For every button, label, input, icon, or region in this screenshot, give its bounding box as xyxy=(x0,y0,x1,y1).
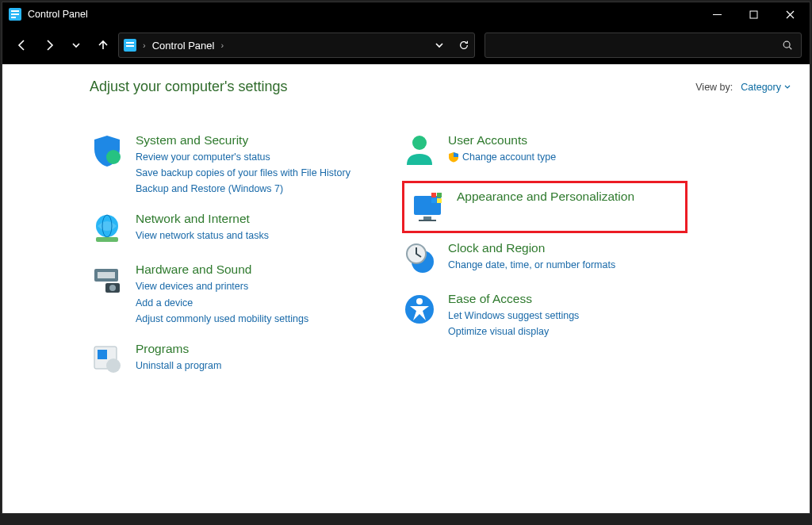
minimize-button[interactable] xyxy=(699,2,735,26)
close-button[interactable] xyxy=(772,2,808,26)
svg-rect-26 xyxy=(437,193,442,197)
window-title: Control Panel xyxy=(28,9,88,20)
category-clock-region: Clock and Region Change date, time, or n… xyxy=(402,238,688,284)
programs-icon xyxy=(90,342,124,377)
svg-rect-23 xyxy=(423,217,431,220)
nav-toolbar: › Control Panel › xyxy=(2,26,810,64)
search-icon xyxy=(782,40,793,51)
content-header: Adjust your computer's settings View by:… xyxy=(90,79,791,95)
viewby-value: Category xyxy=(741,82,781,93)
category-link[interactable]: Optimize visual display xyxy=(448,324,579,339)
category-title[interactable]: Programs xyxy=(136,342,221,356)
category-link[interactable]: Uninstall a program xyxy=(136,358,221,373)
uac-shield-icon xyxy=(448,151,459,163)
control-panel-location-icon xyxy=(124,39,136,52)
category-system-security: System and Security Review your computer… xyxy=(90,130,383,204)
monitor-personalize-icon xyxy=(411,190,446,224)
svg-rect-19 xyxy=(98,350,107,359)
category-link[interactable]: Review your computer's status xyxy=(136,150,350,164)
category-link[interactable]: Add a device xyxy=(136,296,308,310)
category-title[interactable]: Hardware and Sound xyxy=(136,262,308,277)
printer-camera-icon xyxy=(90,262,124,297)
titlebar: Control Panel xyxy=(2,2,810,26)
back-button[interactable] xyxy=(10,33,34,57)
category-link[interactable]: Save backup copies of your files with Fi… xyxy=(136,166,350,180)
control-panel-icon xyxy=(9,8,21,21)
svg-rect-4 xyxy=(713,14,722,15)
user-icon xyxy=(402,133,437,168)
category-link[interactable]: Change account type xyxy=(462,150,556,164)
svg-rect-1 xyxy=(11,10,19,12)
category-programs: Programs Uninstall a program xyxy=(90,339,383,385)
content-area: Adjust your computer's settings View by:… xyxy=(2,64,810,513)
svg-point-32 xyxy=(416,298,423,305)
category-title[interactable]: Ease of Access xyxy=(448,292,579,306)
refresh-button[interactable] xyxy=(458,40,469,51)
right-column: User Accounts Change account type xyxy=(402,130,688,347)
clock-globe-icon xyxy=(402,241,437,276)
category-grid: System and Security Review your computer… xyxy=(90,130,791,385)
svg-rect-28 xyxy=(437,198,442,203)
category-appearance-personalization: Appearance and Personalization xyxy=(402,181,688,233)
svg-point-21 xyxy=(412,136,427,150)
viewby-dropdown[interactable]: Category xyxy=(741,82,791,93)
svg-rect-24 xyxy=(419,220,436,221)
accessibility-icon xyxy=(402,292,437,327)
category-title[interactable]: User Accounts xyxy=(448,133,556,148)
category-network-internet: Network and Internet View network status… xyxy=(90,209,383,255)
category-link[interactable]: Let Windows suggest settings xyxy=(448,308,579,323)
svg-rect-7 xyxy=(126,42,134,44)
category-title[interactable]: System and Security xyxy=(136,133,350,148)
category-title[interactable]: Clock and Region xyxy=(448,241,615,255)
svg-rect-22 xyxy=(414,196,441,215)
category-link[interactable]: View network status and tasks xyxy=(136,228,269,243)
svg-point-17 xyxy=(109,285,116,291)
category-link[interactable]: Backup and Restore (Windows 7) xyxy=(136,182,350,196)
svg-rect-15 xyxy=(98,272,115,278)
svg-rect-13 xyxy=(96,237,118,242)
breadcrumb-location[interactable]: Control Panel xyxy=(152,40,215,52)
category-user-accounts: User Accounts Change account type xyxy=(402,130,688,176)
svg-point-20 xyxy=(106,358,121,373)
globe-icon xyxy=(90,212,124,247)
svg-rect-5 xyxy=(750,11,757,18)
recent-locations-button[interactable] xyxy=(64,33,88,57)
maximize-button[interactable] xyxy=(735,2,772,26)
search-input[interactable] xyxy=(485,33,802,58)
up-button[interactable] xyxy=(91,33,115,57)
address-bar[interactable]: › Control Panel › xyxy=(118,33,475,58)
category-link[interactable]: Adjust commonly used mobility settings xyxy=(136,312,308,326)
svg-rect-3 xyxy=(11,17,16,18)
category-ease-of-access: Ease of Access Let Windows suggest setti… xyxy=(402,289,688,347)
svg-rect-8 xyxy=(126,45,134,47)
chevron-right-icon: › xyxy=(143,40,146,50)
shield-icon xyxy=(90,133,124,168)
category-link[interactable]: View devices and printers xyxy=(136,279,308,293)
category-hardware-sound: Hardware and Sound View devices and prin… xyxy=(90,259,383,333)
category-title[interactable]: Network and Internet xyxy=(136,212,269,226)
svg-point-9 xyxy=(783,41,790,48)
address-dropdown-button[interactable] xyxy=(435,40,444,50)
category-link[interactable]: Change date, time, or number formats xyxy=(448,258,615,272)
viewby-label: View by: xyxy=(695,82,733,93)
svg-point-10 xyxy=(106,150,121,164)
svg-rect-25 xyxy=(431,193,436,197)
left-column: System and Security Review your computer… xyxy=(90,130,383,385)
page-title: Adjust your computer's settings xyxy=(90,79,288,95)
category-title[interactable]: Appearance and Personalization xyxy=(457,190,634,204)
svg-rect-27 xyxy=(431,198,436,203)
chevron-right-icon: › xyxy=(220,40,224,50)
forward-button[interactable] xyxy=(37,33,61,57)
svg-rect-2 xyxy=(11,13,19,15)
control-panel-window: Control Panel › Control P xyxy=(2,2,810,514)
